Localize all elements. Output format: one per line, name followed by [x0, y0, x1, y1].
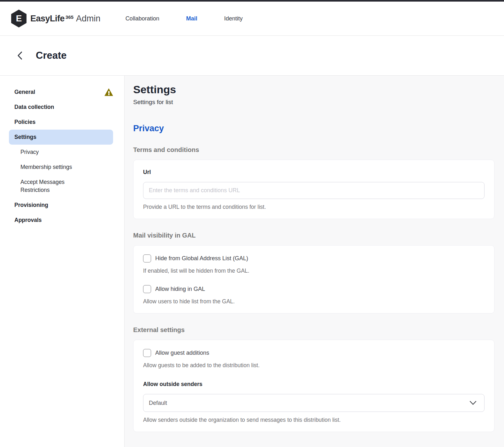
sidebar-item-membership-settings[interactable]: Membership settings — [0, 160, 124, 175]
sidebar-item-label: Accept Messages Restrictions — [20, 178, 86, 194]
allow-guest-additions-checkbox[interactable] — [143, 349, 151, 357]
logo-text: EasyLife 365 Admin — [30, 14, 101, 24]
back-button[interactable] — [15, 51, 24, 60]
page-title: Create — [36, 50, 67, 61]
app-header: E EasyLife 365 Admin Collaboration Mail … — [0, 2, 504, 36]
sidebar-item-data-collection[interactable]: Data collection — [0, 100, 124, 115]
allow-guest-additions-checkbox-row[interactable]: Allow guest additions — [143, 349, 485, 357]
nav-item-collaboration[interactable]: Collaboration — [126, 15, 159, 22]
sidebar: General Data collection Policies Setting… — [0, 76, 125, 447]
settings-heading: Settings — [133, 83, 494, 96]
warning-icon — [104, 88, 113, 96]
sidebar-item-privacy[interactable]: Privacy — [0, 145, 124, 160]
content-row: General Data collection Policies Setting… — [0, 76, 504, 447]
allow-hiding-gal-checkbox-row[interactable]: Allow hiding in GAL — [143, 285, 485, 293]
sidebar-item-label: General — [14, 88, 35, 96]
logo-letter: E — [16, 13, 22, 24]
hide-from-gal-checkbox-row[interactable]: Hide from Global Address List (GAL) — [143, 254, 485, 262]
hide-from-gal-checkbox[interactable] — [143, 254, 151, 262]
logo-hexagon-icon: E — [11, 10, 27, 27]
sidebar-item-approvals[interactable]: Approvals — [0, 213, 124, 228]
chevron-left-icon — [17, 51, 23, 60]
external-group-heading: External settings — [133, 326, 494, 334]
external-settings-group: External settings Allow guest additions … — [133, 326, 494, 432]
url-helper-text: Provide a URL to the terms and condition… — [143, 204, 485, 210]
terms-group-heading: Terms and conditions — [133, 146, 494, 154]
sidebar-item-label: Settings — [14, 133, 36, 141]
sidebar-item-provisioning[interactable]: Provisioning — [0, 198, 124, 213]
outside-senders-label: Allow outside senders — [143, 381, 485, 388]
sidebar-item-settings[interactable]: Settings — [9, 130, 113, 145]
sidebar-item-accept-messages-restrictions[interactable]: Accept Messages Restrictions — [0, 175, 124, 198]
nav-item-mail[interactable]: Mail — [186, 15, 197, 22]
logo-brand: EasyLife — [30, 14, 65, 24]
outside-senders-field: Allow outside senders Default Allow send… — [143, 381, 485, 423]
sidebar-item-label: Membership settings — [20, 163, 72, 171]
main-content: Settings Settings for list Privacy Terms… — [125, 76, 504, 447]
page: E EasyLife 365 Admin Collaboration Mail … — [0, 0, 504, 447]
sidebar-item-policies[interactable]: Policies — [0, 115, 124, 130]
sidebar-item-label: Privacy — [20, 148, 39, 156]
allow-guest-additions-helper: Allow guests to be added to the distribu… — [143, 362, 485, 369]
allow-hiding-gal-helper: Allow users to hide list from the GAL. — [143, 298, 485, 305]
sidebar-item-label: Approvals — [14, 216, 42, 224]
privacy-section-heading: Privacy — [133, 124, 494, 133]
sidebar-item-label: Data collection — [14, 103, 54, 111]
sidebar-item-label: Provisioning — [14, 201, 48, 209]
outside-senders-helper: Allow senders outside the organization t… — [143, 417, 485, 423]
checkbox-label: Allow hiding in GAL — [155, 286, 205, 292]
gal-card: Hide from Global Address List (GAL) If e… — [133, 245, 494, 314]
checkbox-label: Allow guest additions — [155, 350, 209, 356]
sidebar-item-general[interactable]: General — [0, 85, 124, 100]
allow-hiding-gal-checkbox[interactable] — [143, 285, 151, 293]
settings-subtitle: Settings for list — [133, 99, 494, 106]
outside-senders-select[interactable]: Default — [143, 394, 485, 412]
gal-visibility-group: Mail visibility in GAL Hide from Global … — [133, 232, 494, 314]
logo-suffix: Admin — [76, 14, 101, 24]
chevron-down-icon — [470, 401, 477, 405]
external-card: Allow guest additions Allow guests to be… — [133, 340, 494, 432]
terms-card: Url Provide a URL to the terms and condi… — [133, 160, 494, 219]
terms-and-conditions-group: Terms and conditions Url Provide a URL t… — [133, 146, 494, 219]
checkbox-label: Hide from Global Address List (GAL) — [155, 255, 248, 262]
outside-senders-selected-value: Default — [149, 400, 167, 406]
nav-item-identity[interactable]: Identity — [224, 15, 243, 22]
app-logo: E EasyLife 365 Admin — [11, 10, 101, 27]
top-nav: Collaboration Mail Identity — [126, 15, 243, 22]
sidebar-item-label: Policies — [14, 118, 35, 126]
create-bar: Create — [0, 36, 504, 76]
gal-group-heading: Mail visibility in GAL — [133, 232, 494, 239]
url-field-label: Url — [143, 169, 485, 176]
terms-url-input[interactable] — [143, 182, 485, 199]
logo-superscript: 365 — [65, 14, 73, 20]
hide-from-gal-helper: If enabled, list will be hidden from the… — [143, 268, 485, 274]
